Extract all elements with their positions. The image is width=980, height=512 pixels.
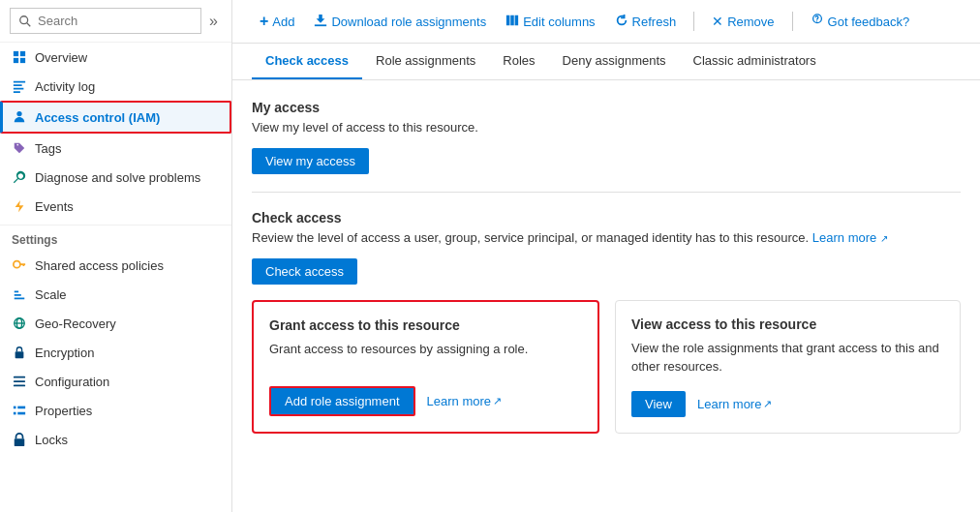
- log-icon: [12, 78, 27, 94]
- sidebar-item-label: Access control (IAM): [35, 110, 160, 125]
- sidebar-item-configuration[interactable]: Configuration: [0, 367, 231, 396]
- sidebar-item-activity-log[interactable]: Activity log: [0, 72, 231, 101]
- svg-rect-5: [14, 84, 22, 86]
- sidebar-item-encryption[interactable]: Encryption: [0, 338, 231, 367]
- external-link-icon: ↗: [493, 395, 502, 407]
- grant-access-learn-more-link[interactable]: Learn more ↗: [427, 394, 502, 408]
- sidebar-item-tags[interactable]: Tags: [0, 134, 231, 163]
- lock2-icon: [12, 432, 27, 447]
- sidebar-item-locks[interactable]: Locks: [0, 425, 231, 454]
- my-access-desc: View my level of access to this resource…: [252, 119, 961, 136]
- remove-button[interactable]: ✕ Remove: [704, 9, 781, 34]
- sidebar-item-label: Tags: [35, 141, 61, 156]
- svg-rect-6: [14, 88, 24, 90]
- edit-columns-button[interactable]: Edit columns: [498, 9, 602, 35]
- svg-rect-25: [510, 15, 514, 25]
- toolbar: + Add Download role assignments Edit col…: [232, 0, 980, 44]
- sidebar-item-events[interactable]: Events: [0, 192, 231, 221]
- sidebar-item-properties[interactable]: Properties: [0, 396, 231, 425]
- svg-rect-19: [17, 407, 25, 409]
- svg-marker-9: [15, 200, 24, 212]
- config-icon: [12, 374, 27, 389]
- sidebar: » Overview Activity log Access control (…: [0, 0, 232, 512]
- user-icon: [12, 109, 27, 125]
- add-role-assignment-button[interactable]: Add role assignment: [269, 386, 415, 416]
- tabs-bar: Check access Role assignments Roles Deny…: [232, 44, 980, 80]
- check-access-title: Check access: [252, 210, 961, 226]
- add-button[interactable]: + Add: [252, 8, 302, 35]
- sidebar-item-label: Properties: [35, 404, 92, 418]
- my-access-title: My access: [252, 100, 961, 115]
- collapse-sidebar-button[interactable]: »: [205, 9, 222, 34]
- view-access-learn-more-link[interactable]: Learn more ↗: [697, 397, 772, 411]
- toolbar-separator: [693, 12, 694, 31]
- view-access-card: View access to this resource View the ro…: [615, 300, 961, 433]
- settings-section-label: Settings: [0, 225, 231, 251]
- search-input[interactable]: [10, 8, 201, 34]
- plus-icon: +: [260, 13, 268, 30]
- svg-rect-24: [506, 15, 510, 25]
- cards-row: Grant access to this resource Grant acce…: [252, 300, 961, 433]
- key-icon: [12, 257, 27, 273]
- sidebar-item-label: Events: [35, 199, 74, 214]
- svg-rect-26: [515, 15, 519, 25]
- tag-icon: [12, 140, 27, 156]
- scale-icon: [12, 286, 27, 302]
- download-icon: [314, 14, 327, 30]
- svg-rect-21: [17, 412, 25, 415]
- sidebar-item-access-control[interactable]: Access control (IAM): [0, 101, 231, 134]
- refresh-button[interactable]: Refresh: [607, 9, 685, 35]
- main-content: + Add Download role assignments Edit col…: [232, 0, 980, 512]
- check-access-desc: Review the level of access a user, group…: [252, 229, 961, 247]
- sidebar-item-label: Overview: [35, 50, 87, 65]
- svg-rect-4: [14, 81, 25, 83]
- download-button[interactable]: Download role assignments: [306, 9, 494, 35]
- sidebar-item-label: Shared access policies: [35, 258, 164, 273]
- sidebar-item-label: Diagnose and solve problems: [35, 170, 200, 185]
- svg-point-8: [16, 111, 21, 116]
- list-icon: [12, 403, 27, 418]
- external-link-icon: ↗: [880, 233, 888, 244]
- bolt-icon: [12, 198, 27, 214]
- check-access-section: Check access Review the level of access …: [252, 210, 961, 285]
- check-access-button[interactable]: Check access: [252, 258, 357, 285]
- sidebar-item-shared-access[interactable]: Shared access policies: [0, 251, 231, 280]
- grant-access-desc: Grant access to resources by assigning a…: [269, 341, 582, 358]
- check-access-learn-more-link[interactable]: Learn more ↗: [812, 230, 888, 245]
- wrench-icon: [12, 169, 27, 185]
- svg-point-10: [14, 261, 20, 268]
- my-access-section: My access View my level of access to thi…: [252, 100, 961, 174]
- sidebar-item-label: Encryption: [35, 346, 94, 360]
- tab-role-assignments[interactable]: Role assignments: [362, 44, 489, 79]
- tab-classic-admins[interactable]: Classic administrators: [680, 44, 830, 79]
- view-button[interactable]: View: [631, 391, 686, 417]
- svg-rect-16: [14, 380, 25, 382]
- sidebar-item-label: Scale: [35, 287, 67, 302]
- sidebar-item-overview[interactable]: Overview: [0, 43, 231, 72]
- view-access-desc: View the role assignments that grant acc…: [631, 340, 944, 375]
- view-access-footer: View Learn more ↗: [631, 383, 944, 417]
- svg-rect-14: [15, 351, 24, 358]
- tab-roles[interactable]: Roles: [489, 44, 548, 79]
- refresh-icon: [615, 14, 628, 30]
- sidebar-item-scale[interactable]: Scale: [0, 280, 231, 309]
- tab-check-access[interactable]: Check access: [252, 44, 362, 79]
- svg-rect-0: [14, 51, 18, 56]
- svg-rect-2: [14, 58, 18, 63]
- feedback-icon: [811, 14, 824, 30]
- sidebar-item-geo-recovery[interactable]: Geo-Recovery: [0, 309, 231, 338]
- svg-rect-3: [20, 58, 25, 63]
- sidebar-search-area: »: [0, 0, 231, 43]
- sidebar-item-label: Activity log: [35, 79, 95, 94]
- svg-rect-15: [14, 376, 25, 378]
- sidebar-item-diagnose[interactable]: Diagnose and solve problems: [0, 163, 231, 192]
- tab-deny-assignments[interactable]: Deny assignments: [549, 44, 680, 79]
- toolbar-separator-2: [792, 12, 793, 31]
- view-access-title: View access to this resource: [631, 316, 944, 332]
- feedback-button[interactable]: Got feedback?: [803, 9, 918, 35]
- view-my-access-button[interactable]: View my access: [252, 148, 369, 174]
- svg-rect-1: [20, 51, 25, 56]
- sidebar-item-label: Locks: [35, 433, 68, 447]
- grid-icon: [12, 49, 27, 65]
- globe-icon: [12, 316, 27, 331]
